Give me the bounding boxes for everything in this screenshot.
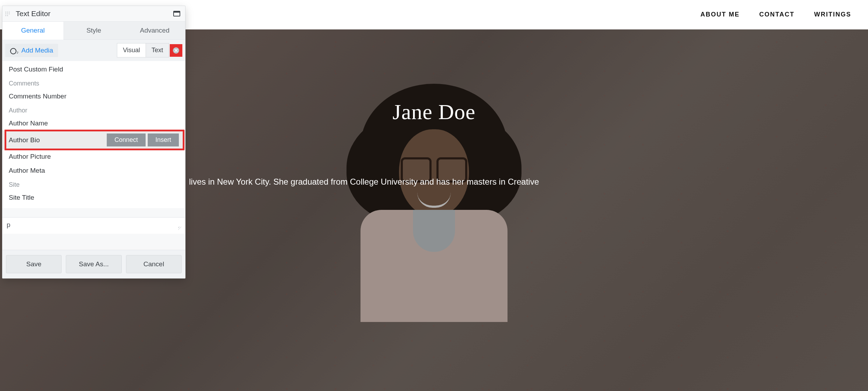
close-circle-icon [173,47,180,54]
tab-advanced[interactable]: Advanced [124,22,185,40]
maximize-icon[interactable] [173,11,180,16]
nav-writings[interactable]: WRITINGS [814,11,851,18]
panel-title: Text Editor [14,9,173,18]
field-item-author-picture[interactable]: Author Picture [2,150,185,164]
editor-path-bar[interactable]: p [2,217,185,234]
group-label-author: Author [2,103,185,116]
field-item-author-meta[interactable]: Author Meta [2,164,185,178]
panel-tabs: General Style Advanced [2,21,185,40]
editor-path-text: p [7,221,10,228]
add-media-label: Add Media [21,47,53,54]
dynamic-content-close-button[interactable] [170,44,182,57]
drag-handle-icon[interactable] [5,12,10,16]
mode-text-button[interactable]: Text [146,43,169,57]
text-editor-panel: Text Editor General Style Advanced Add M… [2,6,186,279]
field-item-label: Author Bio [9,136,40,144]
field-item-comments-number[interactable]: Comments Number [2,89,185,103]
cancel-button[interactable]: Cancel [126,255,182,273]
tab-style[interactable]: Style [63,22,124,40]
site-nav: ABOUT ME CONTACT WRITINGS [700,11,851,18]
connect-button[interactable]: Connect [107,133,146,146]
save-button[interactable]: Save [6,255,62,273]
mode-visual-button[interactable]: Visual [117,43,146,57]
editor-mode-toggle: Visual Text [117,43,169,57]
field-item-site-title[interactable]: Site Title [2,191,185,205]
group-label-comments: Comments [2,76,185,89]
field-item-author-bio[interactable]: Author Bio Connect Insert [2,130,185,150]
field-item-post-custom-field[interactable]: Post Custom Field [2,62,185,76]
resize-grip-icon[interactable] [178,227,183,232]
save-as-button[interactable]: Save As... [66,255,121,273]
nav-contact[interactable]: CONTACT [759,11,794,18]
insert-button[interactable]: Insert [148,133,179,146]
nav-about[interactable]: ABOUT ME [700,11,740,18]
field-item-actions: Connect Insert [107,133,179,146]
add-media-button[interactable]: Add Media [5,44,58,57]
field-item-author-bio-wrap: Author Bio Connect Insert [2,130,185,150]
tab-general[interactable]: General [2,22,63,40]
media-icon [10,47,18,54]
panel-footer: Save Save As... Cancel [2,250,185,278]
dynamic-field-list: Post Custom Field Comments Comments Numb… [2,61,185,208]
hero-title: Jane Doe [393,100,476,124]
group-label-site: Site [2,178,185,191]
editor-toolbar: Add Media Visual Text [2,40,185,61]
panel-header[interactable]: Text Editor [2,6,185,21]
field-item-author-name[interactable]: Author Name [2,116,185,130]
